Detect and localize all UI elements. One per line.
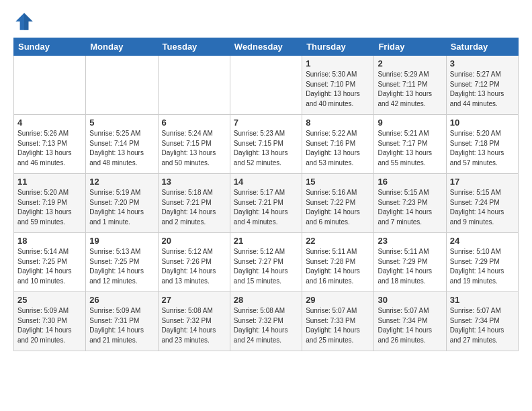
day-number: 16 (378, 177, 442, 187)
calendar-cell: 3Sunrise: 5:27 AM Sunset: 7:12 PM Daylig… (446, 56, 518, 115)
calendar-cell: 16Sunrise: 5:15 AM Sunset: 7:23 PM Dayli… (374, 174, 446, 233)
day-number: 22 (306, 236, 370, 246)
day-number: 29 (306, 295, 370, 305)
weekday-header: Thursday (302, 38, 374, 56)
cell-info: Sunrise: 5:17 AM Sunset: 7:21 PM Dayligh… (234, 188, 298, 227)
week-row: 18Sunrise: 5:14 AM Sunset: 7:25 PM Dayli… (14, 233, 519, 292)
day-number: 18 (17, 236, 82, 246)
day-number: 28 (234, 295, 298, 305)
cell-info: Sunrise: 5:14 AM Sunset: 7:25 PM Dayligh… (17, 247, 82, 286)
page: SundayMondayTuesdayWednesdayThursdayFrid… (0, 0, 532, 362)
cell-info: Sunrise: 5:22 AM Sunset: 7:16 PM Dayligh… (306, 129, 370, 168)
day-number: 24 (450, 236, 515, 246)
calendar-cell: 24Sunrise: 5:10 AM Sunset: 7:29 PM Dayli… (446, 233, 518, 292)
cell-info: Sunrise: 5:12 AM Sunset: 7:26 PM Dayligh… (162, 247, 226, 286)
day-number: 7 (234, 118, 298, 128)
cell-info: Sunrise: 5:15 AM Sunset: 7:23 PM Dayligh… (378, 188, 442, 227)
calendar-cell: 1Sunrise: 5:30 AM Sunset: 7:10 PM Daylig… (302, 56, 374, 115)
cell-info: Sunrise: 5:12 AM Sunset: 7:27 PM Dayligh… (234, 247, 298, 286)
cell-info: Sunrise: 5:11 AM Sunset: 7:28 PM Dayligh… (306, 247, 370, 286)
day-number: 2 (378, 58, 442, 68)
cell-info: Sunrise: 5:07 AM Sunset: 7:34 PM Dayligh… (450, 306, 515, 345)
calendar-cell: 17Sunrise: 5:15 AM Sunset: 7:24 PM Dayli… (446, 174, 518, 233)
day-number: 19 (89, 236, 154, 246)
cell-info: Sunrise: 5:20 AM Sunset: 7:19 PM Dayligh… (17, 188, 82, 227)
day-number: 13 (162, 177, 226, 187)
weekday-header: Wednesday (230, 38, 302, 56)
calendar-cell: 31Sunrise: 5:07 AM Sunset: 7:34 PM Dayli… (446, 292, 518, 351)
weekday-header: Friday (374, 38, 446, 56)
cell-info: Sunrise: 5:21 AM Sunset: 7:17 PM Dayligh… (378, 129, 442, 168)
cell-info: Sunrise: 5:19 AM Sunset: 7:20 PM Dayligh… (89, 188, 154, 227)
calendar-cell: 11Sunrise: 5:20 AM Sunset: 7:19 PM Dayli… (14, 174, 86, 233)
calendar-cell: 29Sunrise: 5:07 AM Sunset: 7:33 PM Dayli… (302, 292, 374, 351)
calendar-cell: 26Sunrise: 5:09 AM Sunset: 7:31 PM Dayli… (86, 292, 158, 351)
calendar-cell: 10Sunrise: 5:20 AM Sunset: 7:18 PM Dayli… (446, 115, 518, 174)
cell-info: Sunrise: 5:26 AM Sunset: 7:13 PM Dayligh… (17, 129, 82, 168)
calendar-cell (14, 56, 86, 115)
day-number: 31 (450, 295, 515, 305)
cell-info: Sunrise: 5:20 AM Sunset: 7:18 PM Dayligh… (450, 129, 515, 168)
weekday-header: Monday (86, 38, 158, 56)
calendar-cell: 14Sunrise: 5:17 AM Sunset: 7:21 PM Dayli… (230, 174, 302, 233)
calendar-cell: 22Sunrise: 5:11 AM Sunset: 7:28 PM Dayli… (302, 233, 374, 292)
calendar-cell: 21Sunrise: 5:12 AM Sunset: 7:27 PM Dayli… (230, 233, 302, 292)
day-number: 14 (234, 177, 298, 187)
cell-info: Sunrise: 5:08 AM Sunset: 7:32 PM Dayligh… (234, 306, 298, 345)
day-number: 30 (378, 295, 442, 305)
calendar-cell: 6Sunrise: 5:24 AM Sunset: 7:15 PM Daylig… (158, 115, 230, 174)
day-number: 5 (89, 118, 154, 128)
calendar-cell: 23Sunrise: 5:11 AM Sunset: 7:29 PM Dayli… (374, 233, 446, 292)
calendar-cell: 27Sunrise: 5:08 AM Sunset: 7:32 PM Dayli… (158, 292, 230, 351)
cell-info: Sunrise: 5:07 AM Sunset: 7:33 PM Dayligh… (306, 306, 370, 345)
day-number: 11 (17, 177, 82, 187)
svg-marker-1 (24, 13, 33, 30)
cell-info: Sunrise: 5:25 AM Sunset: 7:14 PM Dayligh… (89, 129, 154, 168)
day-number: 1 (306, 58, 370, 68)
day-number: 3 (450, 58, 515, 68)
cell-info: Sunrise: 5:07 AM Sunset: 7:34 PM Dayligh… (378, 306, 442, 345)
weekday-header-row: SundayMondayTuesdayWednesdayThursdayFrid… (14, 38, 519, 56)
day-number: 6 (162, 118, 226, 128)
cell-info: Sunrise: 5:27 AM Sunset: 7:12 PM Dayligh… (450, 70, 515, 109)
day-number: 12 (89, 177, 154, 187)
weekday-header: Sunday (14, 38, 86, 56)
cell-info: Sunrise: 5:24 AM Sunset: 7:15 PM Dayligh… (162, 129, 226, 168)
day-number: 26 (89, 295, 154, 305)
calendar-cell: 18Sunrise: 5:14 AM Sunset: 7:25 PM Dayli… (14, 233, 86, 292)
logo (13, 11, 36, 32)
week-row: 11Sunrise: 5:20 AM Sunset: 7:19 PM Dayli… (14, 174, 519, 233)
calendar-cell: 28Sunrise: 5:08 AM Sunset: 7:32 PM Dayli… (230, 292, 302, 351)
cell-info: Sunrise: 5:16 AM Sunset: 7:22 PM Dayligh… (306, 188, 370, 227)
weekday-header: Tuesday (158, 38, 230, 56)
day-number: 8 (306, 118, 370, 128)
calendar-cell: 30Sunrise: 5:07 AM Sunset: 7:34 PM Dayli… (374, 292, 446, 351)
day-number: 15 (306, 177, 370, 187)
header (13, 11, 519, 32)
cell-info: Sunrise: 5:10 AM Sunset: 7:29 PM Dayligh… (450, 247, 515, 286)
logo-icon (13, 11, 35, 32)
day-number: 9 (378, 118, 442, 128)
day-number: 27 (162, 295, 226, 305)
cell-info: Sunrise: 5:09 AM Sunset: 7:31 PM Dayligh… (89, 306, 154, 345)
calendar-cell: 20Sunrise: 5:12 AM Sunset: 7:26 PM Dayli… (158, 233, 230, 292)
day-number: 25 (17, 295, 82, 305)
day-number: 17 (450, 177, 515, 187)
calendar-cell (158, 56, 230, 115)
calendar-cell: 25Sunrise: 5:09 AM Sunset: 7:30 PM Dayli… (14, 292, 86, 351)
cell-info: Sunrise: 5:11 AM Sunset: 7:29 PM Dayligh… (378, 247, 442, 286)
calendar-cell: 7Sunrise: 5:23 AM Sunset: 7:15 PM Daylig… (230, 115, 302, 174)
cell-info: Sunrise: 5:13 AM Sunset: 7:25 PM Dayligh… (89, 247, 154, 286)
weekday-header: Saturday (446, 38, 518, 56)
calendar-cell: 12Sunrise: 5:19 AM Sunset: 7:20 PM Dayli… (86, 174, 158, 233)
cell-info: Sunrise: 5:23 AM Sunset: 7:15 PM Dayligh… (234, 129, 298, 168)
week-row: 25Sunrise: 5:09 AM Sunset: 7:30 PM Dayli… (14, 292, 519, 351)
cell-info: Sunrise: 5:18 AM Sunset: 7:21 PM Dayligh… (162, 188, 226, 227)
calendar-cell: 4Sunrise: 5:26 AM Sunset: 7:13 PM Daylig… (14, 115, 86, 174)
calendar-table: SundayMondayTuesdayWednesdayThursdayFrid… (13, 38, 519, 351)
cell-info: Sunrise: 5:15 AM Sunset: 7:24 PM Dayligh… (450, 188, 515, 227)
cell-info: Sunrise: 5:08 AM Sunset: 7:32 PM Dayligh… (162, 306, 226, 345)
calendar-cell (86, 56, 158, 115)
cell-info: Sunrise: 5:09 AM Sunset: 7:30 PM Dayligh… (17, 306, 82, 345)
day-number: 4 (17, 118, 82, 128)
